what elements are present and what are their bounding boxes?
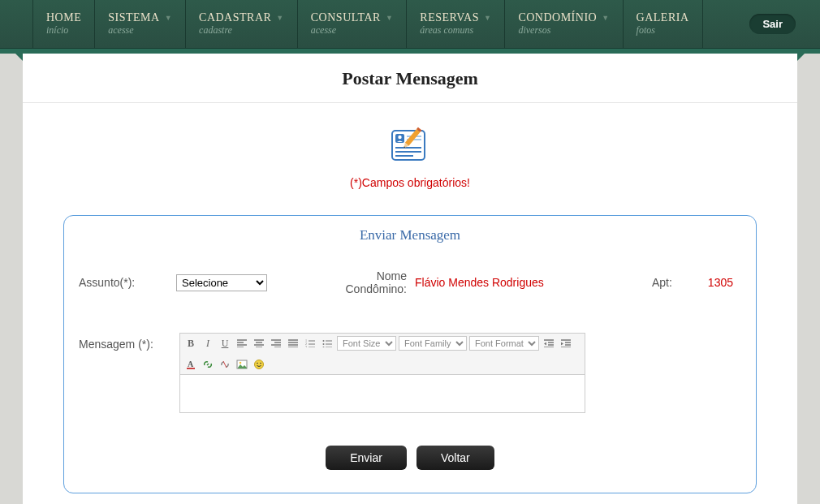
align-right-button[interactable] (269, 336, 283, 351)
chevron-down-icon: ▼ (602, 14, 609, 22)
outdent-button[interactable] (542, 336, 556, 351)
nav-consultar[interactable]: CONSULTAR▼ acesse (298, 0, 408, 48)
compose-message-icon (386, 126, 434, 168)
nav-title: CONDOMÍNIO▼ (518, 11, 609, 24)
svg-text:A: A (188, 360, 194, 368)
svg-rect-21 (187, 368, 195, 369)
back-button[interactable]: Voltar (416, 446, 494, 470)
image-button[interactable] (235, 357, 249, 372)
svg-point-25 (257, 363, 258, 364)
nav-cadastrar[interactable]: CADASTRAR▼ cadastre (186, 0, 298, 48)
nav-title: CONSULTAR▼ (311, 11, 394, 24)
nav-sub: áreas comuns (420, 24, 491, 37)
assunto-label: Assunto(*): (79, 276, 176, 289)
nav-home[interactable]: HOME início (32, 0, 95, 48)
message-form-panel: Enviar Mensagem Assunto(*): Selecione No… (63, 215, 757, 493)
nav-sub: início (46, 24, 81, 37)
chevron-down-icon: ▼ (276, 14, 283, 22)
svg-point-26 (260, 363, 261, 364)
svg-text:3: 3 (305, 345, 307, 347)
editor-toolbar: B I U 123 (180, 334, 585, 375)
svg-marker-19 (561, 342, 563, 346)
nome-label: Nome Condômino: (314, 269, 410, 295)
header-icon-area: (*)Campos obrigatórios! (23, 103, 797, 196)
required-fields-note: (*)Campos obrigatórios! (23, 176, 797, 189)
align-left-button[interactable] (235, 336, 249, 351)
logout-button[interactable]: Sair (749, 14, 796, 34)
form-row-message: Mensagem (*): B I U (79, 302, 741, 416)
form-row-main: Assunto(*): Selecione Nome Condômino: Fl… (79, 263, 741, 302)
editor-content[interactable] (180, 375, 585, 412)
button-row: Enviar Voltar (79, 416, 741, 470)
page-title: Postar Mensagem (23, 54, 797, 103)
svg-point-16 (323, 343, 325, 345)
nav-reservas[interactable]: RESERVAS▼ áreas comuns (407, 0, 505, 48)
nav-sub: fotos (637, 24, 689, 37)
svg-rect-5 (395, 147, 421, 149)
bold-button[interactable]: B (183, 336, 198, 351)
svg-point-17 (323, 347, 325, 347)
svg-point-2 (398, 136, 401, 139)
form-title: Enviar Mensagem (79, 227, 741, 243)
text-color-button[interactable]: A (183, 357, 198, 372)
nome-value: Flávio Mendes Rodrigues (415, 276, 652, 289)
align-center-button[interactable] (252, 336, 266, 351)
nav-sub: cadastre (199, 24, 284, 37)
chevron-down-icon: ▼ (386, 14, 393, 22)
nav-title: HOME (46, 11, 81, 24)
ordered-list-button[interactable]: 123 (303, 336, 317, 351)
unordered-list-button[interactable] (320, 336, 334, 351)
italic-button[interactable]: I (201, 336, 215, 351)
link-button[interactable] (201, 357, 215, 372)
nav-galeria[interactable]: GALERIA fotos (624, 0, 703, 48)
nav-sistema[interactable]: SISTEMA▼ acesse (95, 0, 186, 48)
apt-value: 1305 (684, 276, 741, 289)
indent-button[interactable] (559, 336, 573, 351)
align-justify-button[interactable] (286, 336, 300, 351)
nav-sub: diversos (518, 24, 609, 37)
nav-sub: acesse (311, 24, 394, 37)
main-nav: HOME início SISTEMA▼ acesse CADASTRAR▼ c… (0, 0, 820, 49)
nav-condominio[interactable]: CONDOMÍNIO▼ diversos (505, 0, 623, 48)
svg-point-23 (240, 362, 242, 364)
nav-title: GALERIA (637, 11, 689, 24)
svg-marker-18 (544, 342, 546, 346)
underline-button[interactable]: U (218, 336, 232, 351)
font-format-select[interactable]: Font Format (469, 336, 539, 351)
mensagem-label: Mensagem (*): (79, 333, 179, 351)
svg-point-24 (255, 360, 264, 369)
svg-rect-7 (395, 155, 413, 157)
svg-point-15 (323, 340, 325, 342)
emoji-button[interactable] (252, 357, 266, 372)
nav-sub: acesse (108, 24, 172, 37)
svg-rect-6 (395, 151, 421, 153)
font-size-select[interactable]: Font Size (337, 336, 396, 351)
font-family-select[interactable]: Font Family (399, 336, 467, 351)
unlink-button[interactable] (218, 357, 232, 372)
rich-text-editor: B I U 123 (179, 333, 585, 413)
chevron-down-icon: ▼ (165, 14, 172, 22)
nav-title: SISTEMA▼ (108, 11, 172, 24)
chevron-down-icon: ▼ (484, 14, 491, 22)
apt-label: Apt: (652, 276, 684, 289)
nav-title: RESERVAS▼ (420, 11, 491, 24)
nav-title: CADASTRAR▼ (199, 11, 284, 24)
assunto-select[interactable]: Selecione (176, 274, 267, 291)
send-button[interactable]: Enviar (326, 446, 407, 470)
